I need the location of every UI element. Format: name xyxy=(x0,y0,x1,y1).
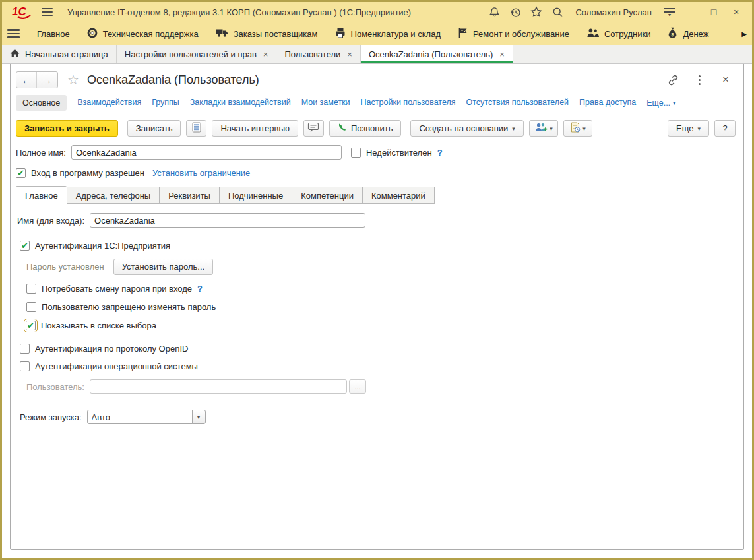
subtab-comment[interactable]: Комментарий xyxy=(362,187,435,204)
save-and-close-button[interactable]: Записать и закрыть xyxy=(16,120,118,137)
sections-menu-icon[interactable] xyxy=(7,29,20,38)
maximize-button[interactable]: □ xyxy=(705,7,723,17)
chevron-down-icon: ▾ xyxy=(673,100,676,106)
navlink-user-absences[interactable]: Отсутствия пользователей xyxy=(466,98,569,108)
favorites-star-icon[interactable] xyxy=(528,4,545,20)
close-window-button[interactable]: × xyxy=(727,7,745,17)
navlink-access-rights[interactable]: Права доступа xyxy=(579,98,636,108)
password-status-label: Пароль установлен xyxy=(26,262,104,272)
subtab-subordinates[interactable]: Подчиненные xyxy=(219,187,292,204)
openid-auth-checkbox[interactable] xyxy=(20,344,30,354)
navlink-main-active[interactable]: Основное xyxy=(16,95,67,111)
full-name-row: Полное имя: Недействителен ? xyxy=(16,145,738,160)
run-mode-dropdown-button[interactable]: ▾ xyxy=(192,410,206,424)
navlink-interactions[interactable]: Взаимодействия xyxy=(77,98,141,108)
current-user-name[interactable]: Соломахин Руслан xyxy=(575,7,652,17)
subtab-main[interactable]: Главное xyxy=(16,186,67,204)
os-user-label: Пользователь: xyxy=(26,382,84,392)
password-row: Пароль установлен Установить пароль... xyxy=(17,259,738,275)
login-allowed-checkbox[interactable] xyxy=(16,168,26,178)
search-icon[interactable] xyxy=(549,4,566,20)
run-mode-input[interactable] xyxy=(87,410,193,424)
create-based-on-button[interactable]: Создать на основании ▾ xyxy=(410,120,523,137)
menu-item-inventory[interactable]: Номенклатура и склад xyxy=(335,28,441,40)
forbid-password-change-checkbox[interactable] xyxy=(26,302,36,312)
comment-button[interactable] xyxy=(303,120,324,137)
login-name-input[interactable] xyxy=(90,213,365,228)
invalid-help-icon[interactable]: ? xyxy=(437,148,443,158)
phone-icon xyxy=(338,123,347,134)
truck-icon xyxy=(216,28,228,40)
main-menu-icon[interactable] xyxy=(42,8,53,16)
document-clock-icon xyxy=(570,122,581,135)
invalid-checkbox[interactable] xyxy=(351,148,361,158)
openid-auth-label: Аутентификация по протоколу OpenID xyxy=(35,344,188,354)
history-icon[interactable] xyxy=(507,4,524,20)
menu-item-repair[interactable]: Ремонт и обслуживание xyxy=(458,28,569,40)
minimize-button[interactable]: – xyxy=(682,7,701,17)
document-schedule-button[interactable]: ▾ xyxy=(563,120,592,137)
more-actions-dots-icon[interactable] xyxy=(692,73,707,87)
tab-home[interactable]: Начальная страница xyxy=(2,45,117,63)
close-form-icon[interactable]: × xyxy=(718,73,733,87)
help-button[interactable]: ? xyxy=(714,120,736,137)
auth-1c-checkbox[interactable] xyxy=(20,241,30,251)
menu-item-main[interactable]: Главное xyxy=(37,29,70,39)
os-user-input[interactable] xyxy=(90,379,347,394)
start-interview-button[interactable]: Начать интервью xyxy=(212,120,298,137)
require-password-change-checkbox[interactable] xyxy=(26,284,36,294)
os-auth-row: Аутентификация операционной системы xyxy=(17,361,738,371)
save-button[interactable]: Записать xyxy=(127,120,181,137)
openid-auth-row: Аутентификация по протоколу OpenID xyxy=(17,344,738,354)
list-report-button[interactable] xyxy=(186,120,206,137)
chevron-down-icon: ▾ xyxy=(582,125,586,132)
service-menu-icon[interactable]: ▾ xyxy=(661,4,678,20)
section-menu-bar: Главное Техническая поддержка Заказы пос… xyxy=(2,22,752,45)
set-restriction-link[interactable]: Установить ограничение xyxy=(152,168,250,178)
full-name-input[interactable] xyxy=(71,145,342,160)
add-to-favorites-star-icon[interactable]: ☆ xyxy=(67,72,79,88)
close-tab-icon[interactable]: × xyxy=(347,49,352,59)
navlink-more[interactable]: Еще... ▾ xyxy=(646,98,675,108)
close-tab-icon[interactable]: × xyxy=(263,49,268,59)
life-ring-icon xyxy=(87,28,98,40)
menu-item-tech-support[interactable]: Техническая поддержка xyxy=(87,28,199,40)
navlink-user-settings[interactable]: Настройки пользователя xyxy=(361,98,456,108)
tab-users[interactable]: Пользователи × xyxy=(276,45,360,63)
os-auth-checkbox[interactable] xyxy=(20,361,30,371)
menu-item-money[interactable]: $ Денеж xyxy=(668,27,708,40)
close-tab-icon[interactable]: × xyxy=(499,49,505,59)
chevron-down-icon: ▾ xyxy=(550,125,553,132)
home-icon xyxy=(10,49,20,59)
svg-text:$: $ xyxy=(672,32,675,38)
subtab-addresses[interactable]: Адреса, телефоны xyxy=(67,187,160,204)
login-name-label: Имя (для входа): xyxy=(17,216,84,226)
navlink-groups[interactable]: Группы xyxy=(152,98,179,108)
os-user-choose-button[interactable]: ... xyxy=(349,379,366,394)
menu-item-purchase-orders[interactable]: Заказы поставщикам xyxy=(216,28,318,40)
subtab-attributes[interactable]: Реквизиты xyxy=(159,187,219,204)
auth-1c-row: Аутентификация 1С:Предприятия xyxy=(17,241,738,251)
menu-item-employees[interactable]: Сотрудники xyxy=(586,28,650,40)
navlink-my-notes[interactable]: Мои заметки xyxy=(301,98,350,108)
more-button[interactable]: Еще ▾ xyxy=(668,120,709,137)
form-navigation-links: Основное Взаимодействия Группы Закладки … xyxy=(16,95,738,111)
forward-button[interactable]: → xyxy=(37,72,57,88)
require-password-change-label: Потребовать смену пароля при входе xyxy=(42,284,192,294)
users-actions-button[interactable]: ▾ xyxy=(529,120,558,137)
show-in-choice-list-checkbox[interactable] xyxy=(26,321,36,330)
notifications-bell-icon[interactable] xyxy=(486,4,503,20)
window-title: Управление IT-отделом 8, редакция 3.1 КО… xyxy=(67,7,411,17)
subtab-competencies[interactable]: Компетенции xyxy=(292,187,362,204)
back-button[interactable]: ← xyxy=(16,72,37,88)
tab-ocenkazadania-user[interactable]: OcenkaZadania (Пользователь) × xyxy=(361,45,513,63)
call-button[interactable]: Позвонить xyxy=(329,120,402,137)
set-password-button[interactable]: Установить пароль... xyxy=(113,259,213,275)
form-subtabs: Главное Адреса, телефоны Реквизиты Подчи… xyxy=(16,187,738,204)
menu-overflow-arrow-icon[interactable]: ▶ xyxy=(741,30,747,38)
tab-user-settings-and-rights[interactable]: Настройки пользователей и прав × xyxy=(117,45,277,63)
get-link-icon[interactable] xyxy=(666,73,680,87)
open-windows-tab-bar: Начальная страница Настройки пользовател… xyxy=(2,45,752,64)
require-password-change-help-icon[interactable]: ? xyxy=(197,284,203,294)
navlink-interaction-bookmarks[interactable]: Закладки взаимодействий xyxy=(190,98,291,108)
